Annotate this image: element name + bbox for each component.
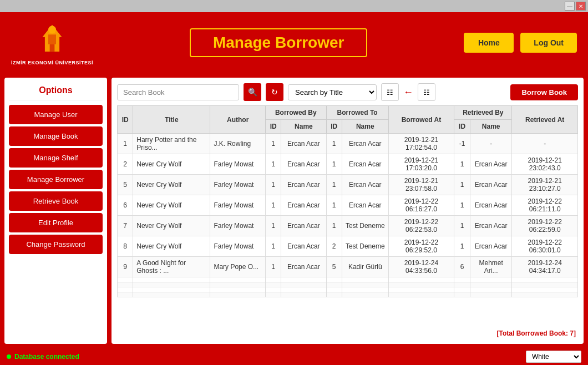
table-row-empty: [118, 282, 578, 287]
table-row: 2 Never Cry Wolf Farley Mowat 1 Ercan Ac…: [118, 154, 578, 175]
cell-borrow-by-name: Ercan Acar: [281, 154, 326, 175]
cell-borrow-by-name: Ercan Acar: [281, 175, 326, 195]
col-header-borrowed-to: Borrowed To: [326, 106, 388, 120]
university-logo: [33, 20, 72, 59]
table-row: 6 Never Cry Wolf Farley Mowat 1 Ercan Ac…: [118, 195, 578, 216]
cell-title: Never Cry Wolf: [133, 195, 210, 216]
col-header-retrieved-by: Retrieved By: [454, 106, 512, 120]
svg-point-2: [48, 26, 56, 34]
sidebar-item-edit-profile[interactable]: Edit Profile: [9, 213, 103, 232]
refresh-button[interactable]: ↻: [266, 83, 283, 101]
sidebar: Options Manage User Manage Book Manage S…: [4, 78, 107, 344]
main-layout: Options Manage User Manage Book Manage S…: [0, 73, 588, 348]
cell-borrow-by-name: Ercan Acar: [281, 195, 326, 216]
cell-ret-at: 2019-12-24 04:34:17.0: [512, 257, 578, 277]
cell-author: Farley Mowat: [210, 154, 266, 175]
sidebar-item-manage-user[interactable]: Manage User: [9, 105, 103, 124]
table-row-empty: [118, 287, 578, 292]
sidebar-item-retrieve-book[interactable]: Retrieve Book: [9, 191, 103, 211]
table-body: 1 Harry Potter and the Priso... J.K. Row…: [118, 134, 578, 297]
cell-borrow-to-name: Test Deneme: [342, 236, 388, 257]
cell-ret-at: -: [512, 134, 578, 154]
search-input[interactable]: [117, 84, 239, 100]
table-row-empty: [118, 277, 578, 282]
cell-title: Never Cry Wolf: [133, 154, 210, 175]
sidebar-item-manage-book[interactable]: Manage Book: [9, 126, 103, 146]
home-button[interactable]: Home: [464, 33, 514, 53]
cell-borrowed-at: 2019-12-21 17:03:20.0: [388, 154, 454, 175]
cell-title: Never Cry Wolf: [133, 236, 210, 257]
logo-area: İZMİR EKONOMİ ÜNİVERSİTESİ: [11, 20, 93, 65]
cell-id: 9: [118, 257, 133, 277]
cell-id: 5: [118, 175, 133, 195]
toolbar: 🔍 ↻ Search by Title ☷ ← ☷ Borrow Book: [117, 83, 578, 101]
cell-title: A Good Night for Ghosts : ...: [133, 257, 210, 277]
col-header-borrow-by-id: ID: [266, 120, 281, 134]
cell-ret-by-id: 1: [454, 154, 470, 175]
cell-ret-by-id: -1: [454, 134, 470, 154]
cell-ret-at: 2019-12-22 06:22:59.0: [512, 216, 578, 236]
cell-ret-at: 2019-12-22 06:30:01.0: [512, 236, 578, 257]
grid-icon-1: ☷: [387, 88, 393, 97]
cell-borrow-by-id: 1: [266, 216, 281, 236]
table-wrapper: ID Title Author Borrowed By Borrowed To …: [117, 105, 578, 324]
cell-borrow-to-name: Ercan Acar: [342, 195, 388, 216]
cell-borrowed-at: 2019-12-21 17:02:54.0: [388, 134, 454, 154]
cell-title: Never Cry Wolf: [133, 216, 210, 236]
cell-borrow-to-name: Ercan Acar: [342, 134, 388, 154]
cell-title: Harry Potter and the Priso...: [133, 134, 210, 154]
cell-borrowed-at: 2019-12-24 04:33:56.0: [388, 257, 454, 277]
cell-id: 2: [118, 154, 133, 175]
cell-borrow-to-id: 5: [326, 257, 342, 277]
search-by-select[interactable]: Search by Title: [288, 84, 377, 100]
sidebar-item-change-password[interactable]: Change Password: [9, 235, 103, 254]
borrow-book-button[interactable]: Borrow Book: [510, 84, 578, 100]
cell-ret-by-name: Mehmet Ari...: [470, 257, 511, 277]
close-button[interactable]: ✕: [576, 2, 586, 11]
cell-ret-by-id: 1: [454, 236, 470, 257]
cell-borrow-to-name: Test Deneme: [342, 216, 388, 236]
logout-button[interactable]: Log Out: [520, 33, 577, 53]
cell-ret-by-name: Ercan Acar: [470, 195, 511, 216]
svg-rect-4: [50, 44, 55, 52]
col-header-borrow-to-name: Name: [342, 120, 388, 134]
cell-ret-by-name: Ercan Acar: [470, 175, 511, 195]
cell-borrowed-at: 2019-12-22 06:29:52.0: [388, 236, 454, 257]
cell-title: Never Cry Wolf: [133, 175, 210, 195]
cell-id: 7: [118, 216, 133, 236]
cell-author: Farley Mowat: [210, 216, 266, 236]
col-header-author: Author: [210, 106, 266, 134]
theme-select[interactable]: White Dark Blue: [526, 351, 581, 363]
cell-ret-by-id: 1: [454, 216, 470, 236]
cell-borrowed-at: 2019-12-22 06:22:53.0: [388, 216, 454, 236]
grid-view-button-2[interactable]: ☷: [418, 83, 435, 101]
cell-author: Farley Mowat: [210, 195, 266, 216]
search-icon: 🔍: [248, 88, 257, 97]
grid-view-button-1[interactable]: ☷: [381, 83, 399, 101]
cell-borrow-to-id: 1: [326, 195, 342, 216]
db-status-text: Database connected: [14, 353, 79, 361]
table-row: 1 Harry Potter and the Priso... J.K. Row…: [118, 134, 578, 154]
cell-author: Farley Mowat: [210, 175, 266, 195]
search-button[interactable]: 🔍: [244, 83, 261, 101]
cell-borrow-by-name: Ercan Acar: [281, 216, 326, 236]
cell-borrow-to-name: Ercan Acar: [342, 154, 388, 175]
cell-borrow-by-name: Ercan Acar: [281, 236, 326, 257]
cell-borrow-to-id: 2: [326, 236, 342, 257]
cell-ret-by-name: Ercan Acar: [470, 154, 511, 175]
col-header-retrieved-at: Retrieved At: [512, 106, 578, 134]
sidebar-item-manage-borrower[interactable]: Manage Borrower: [9, 170, 103, 189]
cell-borrow-by-id: 1: [266, 195, 281, 216]
cell-ret-at: 2019-12-21 23:02:43.0: [512, 154, 578, 175]
cell-id: 6: [118, 195, 133, 216]
cell-borrow-by-id: 1: [266, 257, 281, 277]
minimize-button[interactable]: —: [565, 2, 575, 11]
cell-borrowed-at: 2019-12-22 06:16:27.0: [388, 195, 454, 216]
cell-author: J.K. Rowling: [210, 134, 266, 154]
col-header-borrowed-by: Borrowed By: [266, 106, 327, 120]
db-status: Database connected: [7, 353, 79, 361]
col-header-id: ID: [118, 106, 133, 134]
title-bar: — ✕: [0, 0, 588, 12]
col-header-borrow-to-id: ID: [326, 120, 342, 134]
sidebar-item-manage-shelf[interactable]: Manage Shelf: [9, 148, 103, 168]
